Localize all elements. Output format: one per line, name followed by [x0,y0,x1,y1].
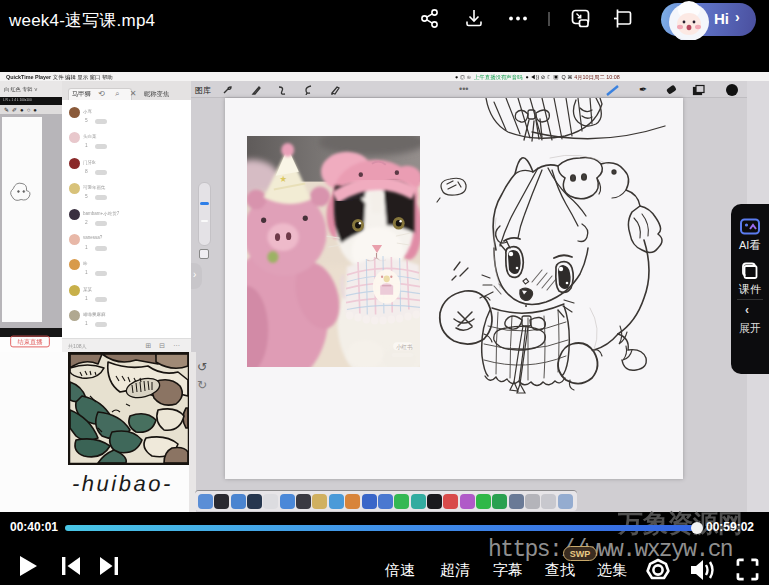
svg-text:★: ★ [279,173,287,183]
svg-text:-huibao-: -huibao- [72,471,173,496]
svg-text:小红书: 小红书 [396,343,413,349]
